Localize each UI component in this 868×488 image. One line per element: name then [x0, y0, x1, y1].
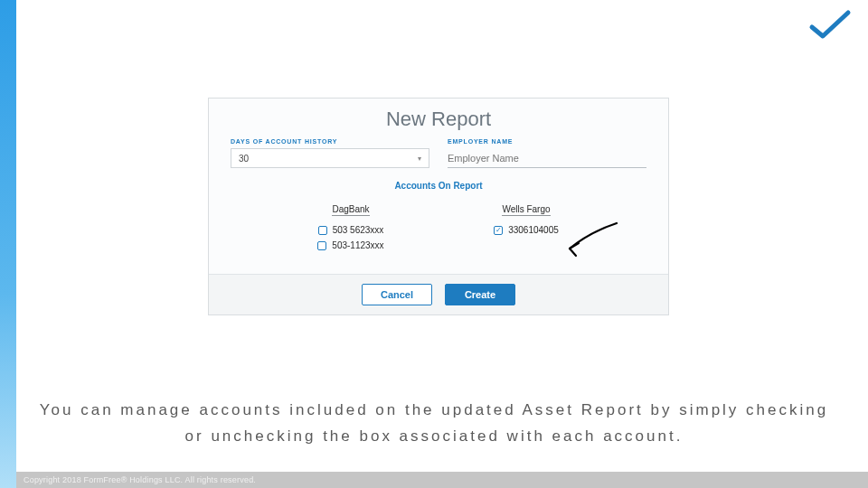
account-item[interactable]: 503 5623xxx [263, 225, 439, 235]
account-item[interactable]: 503-1123xxx [263, 240, 439, 250]
employer-label: EMPLOYER NAME [448, 138, 646, 145]
employer-field-group: EMPLOYER NAME [448, 138, 646, 168]
bank-column-1: Wells Fargo 3306104005 [439, 200, 614, 256]
checkbox-checked-icon[interactable] [494, 226, 503, 235]
chevron-down-icon: ▾ [418, 155, 421, 163]
cancel-button[interactable]: Cancel [362, 284, 432, 305]
bank-name: Wells Fargo [502, 204, 550, 216]
new-report-modal: New Report DAYS OF ACCOUNT HISTORY 30 ▾ … [208, 98, 669, 315]
days-value: 30 [239, 154, 249, 164]
logo-check-icon [808, 9, 852, 45]
create-button[interactable]: Create [445, 284, 515, 305]
account-number: 3306104005 [508, 225, 559, 235]
bank-name: DagBank [332, 204, 369, 216]
form-row: DAYS OF ACCOUNT HISTORY 30 ▾ EMPLOYER NA… [209, 138, 668, 175]
slide: New Report DAYS OF ACCOUNT HISTORY 30 ▾ … [0, 0, 868, 488]
days-select[interactable]: 30 ▾ [231, 148, 429, 168]
accounts-section-title: Accounts On Report [209, 175, 668, 200]
left-accent-bar [0, 0, 16, 488]
checkbox-icon[interactable] [318, 226, 327, 235]
account-number: 503-1123xxx [332, 240, 383, 250]
days-field-group: DAYS OF ACCOUNT HISTORY 30 ▾ [231, 138, 429, 168]
account-item[interactable]: 3306104005 [439, 225, 614, 235]
copyright-footer: Copyright 2018 FormFree® Holdings LLC. A… [16, 472, 868, 488]
accounts-row: DagBank 503 5623xxx 503-1123xxx Wells Fa… [209, 200, 668, 274]
account-number: 503 5623xxx [333, 225, 384, 235]
employer-input[interactable] [448, 148, 646, 168]
bank-column-0: DagBank 503 5623xxx 503-1123xxx [263, 200, 439, 256]
checkbox-icon[interactable] [317, 241, 326, 250]
days-label: DAYS OF ACCOUNT HISTORY [231, 138, 429, 145]
modal-title: New Report [209, 99, 668, 138]
slide-caption: You can manage accounts included on the … [27, 398, 841, 450]
button-bar: Cancel Create [209, 274, 668, 314]
